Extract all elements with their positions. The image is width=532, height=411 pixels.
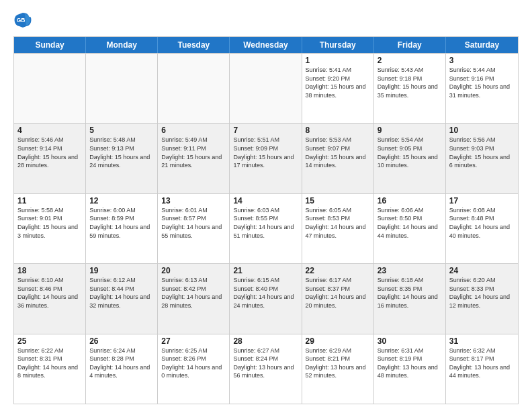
header-day-friday: Friday xyxy=(374,37,446,53)
day-number: 6 xyxy=(161,126,226,135)
day-number: 5 xyxy=(89,126,154,135)
cal-cell: 15Sunrise: 6:05 AM Sunset: 8:53 PM Dayli… xyxy=(302,194,374,263)
day-number: 3 xyxy=(449,56,515,65)
week-row-1: 1Sunrise: 5:41 AM Sunset: 9:20 PM Daylig… xyxy=(14,53,518,123)
cell-data: Sunrise: 6:27 AM Sunset: 8:24 PM Dayligh… xyxy=(233,347,298,380)
day-number: 17 xyxy=(449,196,515,205)
header: GB xyxy=(13,11,519,30)
logo: GB xyxy=(13,11,35,30)
cal-cell: 6Sunrise: 5:49 AM Sunset: 9:11 PM Daylig… xyxy=(158,124,230,193)
cal-cell: 23Sunrise: 6:18 AM Sunset: 8:35 PM Dayli… xyxy=(374,264,446,333)
header-day-sunday: Sunday xyxy=(14,37,86,53)
day-number: 24 xyxy=(449,266,515,275)
cell-data: Sunrise: 5:44 AM Sunset: 9:16 PM Dayligh… xyxy=(449,66,515,99)
cal-cell: 9Sunrise: 5:54 AM Sunset: 9:05 PM Daylig… xyxy=(374,124,446,193)
day-number: 21 xyxy=(233,266,298,275)
day-number: 11 xyxy=(17,196,82,205)
cell-data: Sunrise: 6:06 AM Sunset: 8:50 PM Dayligh… xyxy=(378,206,442,240)
day-number: 7 xyxy=(233,126,298,135)
day-number: 15 xyxy=(306,196,370,205)
cell-data: Sunrise: 5:46 AM Sunset: 9:14 PM Dayligh… xyxy=(17,136,82,169)
cal-cell xyxy=(86,54,158,123)
svg-text:GB: GB xyxy=(17,17,26,24)
day-number: 9 xyxy=(378,126,442,135)
day-number: 18 xyxy=(17,266,82,275)
cell-data: Sunrise: 6:32 AM Sunset: 8:17 PM Dayligh… xyxy=(449,347,515,380)
day-number: 26 xyxy=(89,336,154,346)
cell-data: Sunrise: 6:15 AM Sunset: 8:40 PM Dayligh… xyxy=(233,276,298,310)
page: GB SundayMondayTuesdayWednesdayThursdayF… xyxy=(0,0,532,411)
logo-icon: GB xyxy=(13,11,32,30)
cal-cell: 11Sunrise: 5:58 AM Sunset: 9:01 PM Dayli… xyxy=(14,194,86,263)
cell-data: Sunrise: 5:58 AM Sunset: 9:01 PM Dayligh… xyxy=(17,206,82,240)
cell-data: Sunrise: 6:00 AM Sunset: 8:59 PM Dayligh… xyxy=(89,206,154,240)
day-number: 23 xyxy=(378,266,442,275)
calendar: SundayMondayTuesdayWednesdayThursdayFrid… xyxy=(13,36,519,404)
cal-cell: 2Sunrise: 5:43 AM Sunset: 9:18 PM Daylig… xyxy=(374,54,446,123)
day-number: 31 xyxy=(449,336,515,346)
day-number: 1 xyxy=(306,56,370,65)
day-number: 28 xyxy=(233,336,298,346)
cal-cell: 16Sunrise: 6:06 AM Sunset: 8:50 PM Dayli… xyxy=(374,194,446,263)
cell-data: Sunrise: 5:48 AM Sunset: 9:13 PM Dayligh… xyxy=(89,136,154,169)
cal-cell: 18Sunrise: 6:10 AM Sunset: 8:46 PM Dayli… xyxy=(14,264,86,333)
week-row-5: 25Sunrise: 6:22 AM Sunset: 8:31 PM Dayli… xyxy=(14,334,518,404)
cal-cell: 4Sunrise: 5:46 AM Sunset: 9:14 PM Daylig… xyxy=(14,124,86,193)
cal-cell: 17Sunrise: 6:08 AM Sunset: 8:48 PM Dayli… xyxy=(446,194,518,263)
cal-cell: 24Sunrise: 6:20 AM Sunset: 8:33 PM Dayli… xyxy=(446,264,518,333)
header-day-wednesday: Wednesday xyxy=(230,37,302,53)
cal-cell: 1Sunrise: 5:41 AM Sunset: 9:20 PM Daylig… xyxy=(302,54,374,123)
cal-cell: 13Sunrise: 6:01 AM Sunset: 8:57 PM Dayli… xyxy=(158,194,230,263)
day-number: 14 xyxy=(233,196,298,205)
cell-data: Sunrise: 6:13 AM Sunset: 8:42 PM Dayligh… xyxy=(161,276,226,310)
day-number: 13 xyxy=(161,196,226,205)
cal-cell: 7Sunrise: 5:51 AM Sunset: 9:09 PM Daylig… xyxy=(230,124,302,193)
cell-data: Sunrise: 5:53 AM Sunset: 9:07 PM Dayligh… xyxy=(306,136,370,169)
day-number: 16 xyxy=(378,196,442,205)
cell-data: Sunrise: 6:18 AM Sunset: 8:35 PM Dayligh… xyxy=(378,276,442,310)
week-row-4: 18Sunrise: 6:10 AM Sunset: 8:46 PM Dayli… xyxy=(14,263,518,333)
cell-data: Sunrise: 6:31 AM Sunset: 8:19 PM Dayligh… xyxy=(378,347,442,380)
cell-data: Sunrise: 6:10 AM Sunset: 8:46 PM Dayligh… xyxy=(17,276,82,310)
day-number: 10 xyxy=(449,126,515,135)
header-day-thursday: Thursday xyxy=(302,37,374,53)
day-number: 30 xyxy=(378,336,442,346)
day-number: 20 xyxy=(161,266,226,275)
cal-cell xyxy=(230,54,302,123)
cell-data: Sunrise: 6:20 AM Sunset: 8:33 PM Dayligh… xyxy=(449,276,515,310)
cal-cell: 5Sunrise: 5:48 AM Sunset: 9:13 PM Daylig… xyxy=(86,124,158,193)
cell-data: Sunrise: 6:29 AM Sunset: 8:21 PM Dayligh… xyxy=(306,347,370,380)
header-day-monday: Monday xyxy=(86,37,158,53)
cell-data: Sunrise: 5:56 AM Sunset: 9:03 PM Dayligh… xyxy=(449,136,515,169)
cal-cell xyxy=(158,54,230,123)
cal-cell xyxy=(14,54,86,123)
cal-cell: 31Sunrise: 6:32 AM Sunset: 8:17 PM Dayli… xyxy=(446,334,518,404)
day-number: 19 xyxy=(89,266,154,275)
cell-data: Sunrise: 6:05 AM Sunset: 8:53 PM Dayligh… xyxy=(306,206,370,240)
cal-cell: 8Sunrise: 5:53 AM Sunset: 9:07 PM Daylig… xyxy=(302,124,374,193)
day-number: 2 xyxy=(378,56,442,65)
cell-data: Sunrise: 5:54 AM Sunset: 9:05 PM Dayligh… xyxy=(378,136,442,169)
day-number: 12 xyxy=(89,196,154,205)
day-number: 29 xyxy=(306,336,370,346)
cal-cell: 27Sunrise: 6:25 AM Sunset: 8:26 PM Dayli… xyxy=(158,334,230,404)
header-day-saturday: Saturday xyxy=(446,37,518,53)
cal-cell: 28Sunrise: 6:27 AM Sunset: 8:24 PM Dayli… xyxy=(230,334,302,404)
day-number: 22 xyxy=(306,266,370,275)
cal-cell: 21Sunrise: 6:15 AM Sunset: 8:40 PM Dayli… xyxy=(230,264,302,333)
cal-cell: 3Sunrise: 5:44 AM Sunset: 9:16 PM Daylig… xyxy=(446,54,518,123)
week-row-2: 4Sunrise: 5:46 AM Sunset: 9:14 PM Daylig… xyxy=(14,123,518,193)
header-day-tuesday: Tuesday xyxy=(158,37,230,53)
cell-data: Sunrise: 5:49 AM Sunset: 9:11 PM Dayligh… xyxy=(161,136,226,169)
cal-cell: 10Sunrise: 5:56 AM Sunset: 9:03 PM Dayli… xyxy=(446,124,518,193)
cal-cell: 26Sunrise: 6:24 AM Sunset: 8:28 PM Dayli… xyxy=(86,334,158,404)
cell-data: Sunrise: 6:08 AM Sunset: 8:48 PM Dayligh… xyxy=(449,206,515,240)
cal-cell: 14Sunrise: 6:03 AM Sunset: 8:55 PM Dayli… xyxy=(230,194,302,263)
week-row-3: 11Sunrise: 5:58 AM Sunset: 9:01 PM Dayli… xyxy=(14,193,518,263)
calendar-header-row: SundayMondayTuesdayWednesdayThursdayFrid… xyxy=(14,37,518,53)
cell-data: Sunrise: 6:03 AM Sunset: 8:55 PM Dayligh… xyxy=(233,206,298,240)
cell-data: Sunrise: 6:22 AM Sunset: 8:31 PM Dayligh… xyxy=(17,347,82,380)
calendar-body: 1Sunrise: 5:41 AM Sunset: 9:20 PM Daylig… xyxy=(14,53,518,404)
day-number: 8 xyxy=(306,126,370,135)
cal-cell: 19Sunrise: 6:12 AM Sunset: 8:44 PM Dayli… xyxy=(86,264,158,333)
